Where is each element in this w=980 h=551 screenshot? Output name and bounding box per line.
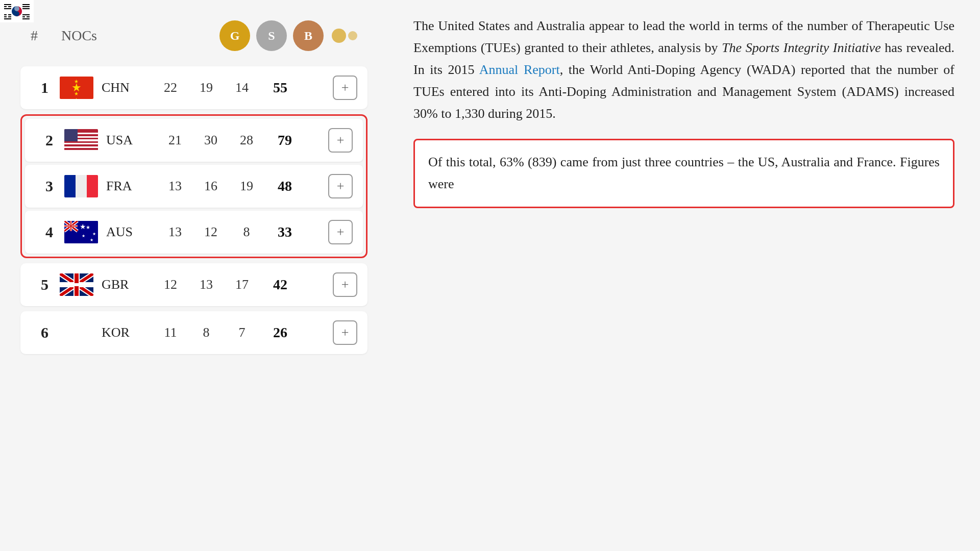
row-bronze: 8 [229,224,264,240]
svg-text:★: ★ [80,223,86,231]
row-noc: USA [106,133,157,148]
row-rank: 1 [31,79,59,96]
expand-button[interactable]: + [333,272,357,297]
row-silver: 12 [193,224,229,240]
expand-button[interactable]: + [333,76,357,100]
italic-text: The Sports Integrity Initiative [722,40,881,55]
row-noc: CHN [102,80,153,95]
medal-dots [332,29,357,43]
row-gold: 13 [157,224,193,240]
left-panel: # NOCs G S B 1 ★ ★★★★ CHN 22 19 14 55 [0,0,388,551]
header-nocs: NOCs [61,28,219,44]
highlighted-group: 2 USA 21 30 28 79 + 3 FRA 13 16 [20,114,368,258]
annual-report-link[interactable]: Annual Report [479,62,560,77]
flag-kor-inner [60,321,93,344]
header-hash: # [31,28,61,44]
flag-aus: 🌟 ★ ★ ★ [63,220,99,244]
row-total: 55 [260,80,301,96]
flag-china-inner: ★ ★★★★ [60,77,93,99]
expand-button[interactable]: + [328,220,353,244]
row-total: 33 [264,224,305,240]
highlighted-box-text: Of this total, 63% (839) came from just … [428,155,940,191]
table-row: 6 [20,311,368,354]
row-rank: 4 [35,223,63,241]
flag-gbr [59,273,94,296]
row-bronze: 28 [229,133,264,148]
row-total: 79 [264,132,305,148]
row-bronze: 17 [224,277,260,292]
table-row: 5 GBR 12 13 17 42 + [20,263,368,306]
row-noc: GBR [102,277,153,292]
expand-button[interactable]: + [328,174,353,198]
dot-small [348,31,357,40]
row-silver: 30 [193,133,229,148]
flag-fra-white [76,175,87,197]
flag-fra [63,174,99,198]
svg-text:★: ★ [92,232,96,236]
row-rank: 3 [35,178,63,195]
row-silver: 19 [188,80,224,95]
right-panel: The United States and Australia appear t… [388,0,980,551]
svg-rect-21 [75,273,79,296]
row-noc: AUS [106,224,157,240]
flag-fra-blue [64,175,76,197]
flag-kor [59,321,94,344]
row-gold: 12 [153,277,188,292]
row-bronze: 19 [229,179,264,194]
svg-text:★: ★ [82,234,85,238]
flag-fra-inner [64,175,98,197]
row-rank: 5 [31,276,59,293]
expand-button[interactable]: + [333,320,357,345]
dot-large [332,29,346,43]
medal-icons: G S B [219,20,357,51]
row-noc: KOR [102,325,153,340]
svg-text:★: ★ [90,238,93,242]
flag-china: ★ ★★★★ [59,76,94,99]
article-paragraph-1: The United States and Australia appear t… [413,15,954,124]
flag-usa-inner [64,129,98,152]
silver-medal-icon: S [256,20,287,51]
svg-text:★: ★ [86,224,90,230]
svg-rect-22 [60,283,93,286]
expand-button[interactable]: + [328,128,353,153]
row-total: 42 [260,277,301,293]
row-silver: 16 [193,179,229,194]
bronze-medal-icon: B [293,20,324,51]
table-row: 1 ★ ★★★★ CHN 22 19 14 55 + [20,66,368,109]
flag-usa [63,129,99,152]
row-total: 26 [260,324,301,341]
row-gold: 13 [157,179,193,194]
row-total: 48 [264,178,305,194]
row-bronze: 14 [224,80,260,95]
gold-medal-icon: G [219,20,250,51]
flag-aus-inner: 🌟 ★ ★ ★ [64,221,98,243]
table-row: 2 USA 21 30 28 79 + [25,119,363,162]
highlighted-box: Of this total, 63% (839) came from just … [413,139,954,208]
row-rank: 2 [35,132,63,149]
row-noc: FRA [106,179,157,194]
table-row: 4 🌟 ★ [25,211,363,254]
table-row: 3 FRA 13 16 19 48 + [25,165,363,208]
row-gold: 11 [153,325,188,340]
row-silver: 8 [188,325,224,340]
flag-fra-red [87,175,98,197]
row-gold: 21 [157,133,193,148]
row-silver: 13 [188,277,224,292]
table-header: # NOCs G S B [20,15,368,56]
row-gold: 22 [153,80,188,95]
row-rank: 6 [31,324,59,341]
row-bronze: 7 [224,325,260,340]
flag-gbr-inner [60,273,93,296]
